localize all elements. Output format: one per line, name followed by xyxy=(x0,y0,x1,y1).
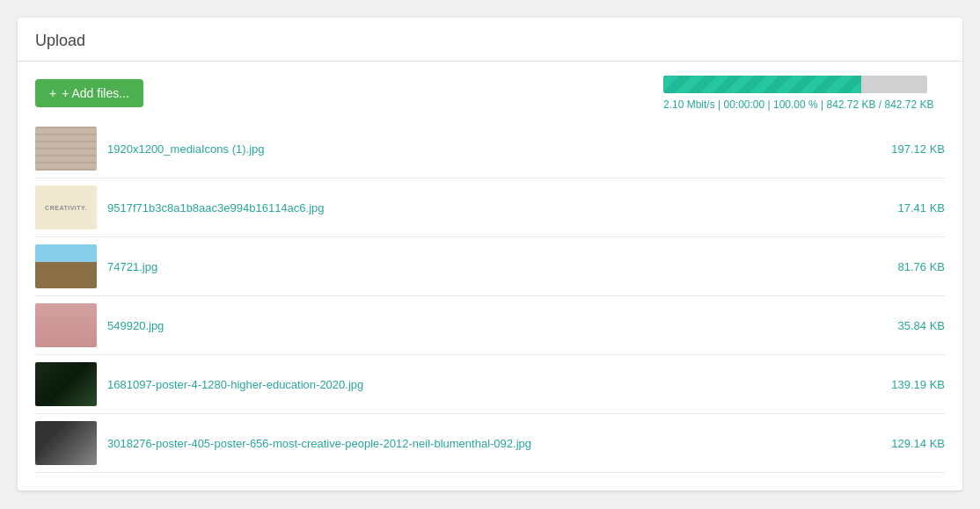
progress-stats: 2.10 Mbit/s | 00:00:00 | 100.00 % | 842.… xyxy=(663,98,934,111)
thumbnail-image xyxy=(35,244,97,288)
file-size: 129.14 KB xyxy=(874,437,945,450)
file-row: 1920x1200_mediaIcons (1).jpg197.12 KB xyxy=(35,120,945,178)
add-files-button[interactable]: + + Add files... xyxy=(35,79,143,107)
thumbnail-image xyxy=(35,127,97,171)
add-files-label: + Add files... xyxy=(62,86,129,100)
file-size: 81.76 KB xyxy=(874,260,945,273)
file-row: 74721.jpg81.76 KB xyxy=(35,237,945,296)
thumbnail-image xyxy=(35,303,97,347)
file-list: 1920x1200_mediaIcons (1).jpg197.12 KBCRE… xyxy=(18,120,962,473)
file-row: 1681097-poster-4-1280-higher-education-2… xyxy=(35,355,945,414)
file-thumbnail xyxy=(35,244,97,288)
plus-icon: + xyxy=(49,86,56,100)
progress-area: 2.10 Mbit/s | 00:00:00 | 100.00 % | 842.… xyxy=(663,76,945,111)
file-name: 549920.jpg xyxy=(107,319,864,332)
file-name: 1681097-poster-4-1280-higher-education-2… xyxy=(107,378,864,391)
toolbar: + + Add files... 2.10 Mbit/s | 00:00:00 … xyxy=(18,62,962,120)
file-row: 3018276-poster-405-poster-656-most-creat… xyxy=(35,414,945,473)
file-thumbnail xyxy=(35,362,97,406)
panel-header: Upload xyxy=(18,18,962,62)
thumbnail-image: CREATIVITY. xyxy=(35,185,97,229)
file-name: 9517f71b3c8a1b8aac3e994b16114ac6.jpg xyxy=(107,201,864,215)
upload-panel: Upload + + Add files... 2.10 Mbit/s | 00… xyxy=(18,18,962,491)
progress-bar-container xyxy=(663,76,927,93)
file-thumbnail xyxy=(35,303,97,347)
file-thumbnail xyxy=(35,421,97,465)
file-row: CREATIVITY.9517f71b3c8a1b8aac3e994b16114… xyxy=(35,178,945,237)
file-name: 74721.jpg xyxy=(107,260,864,273)
file-thumbnail: CREATIVITY. xyxy=(35,185,97,229)
file-thumbnail xyxy=(35,127,97,171)
panel-title: Upload xyxy=(35,32,945,50)
thumbnail-image xyxy=(35,421,97,465)
file-name: 1920x1200_mediaIcons (1).jpg xyxy=(107,142,864,156)
thumbnail-image xyxy=(35,362,97,406)
file-size: 139.19 KB xyxy=(874,378,945,391)
progress-bar-fill xyxy=(663,76,861,93)
file-row: 549920.jpg35.84 KB xyxy=(35,296,945,355)
file-size: 197.12 KB xyxy=(874,142,945,156)
file-size: 17.41 KB xyxy=(874,201,945,215)
file-name: 3018276-poster-405-poster-656-most-creat… xyxy=(107,437,864,450)
file-size: 35.84 KB xyxy=(874,319,945,332)
